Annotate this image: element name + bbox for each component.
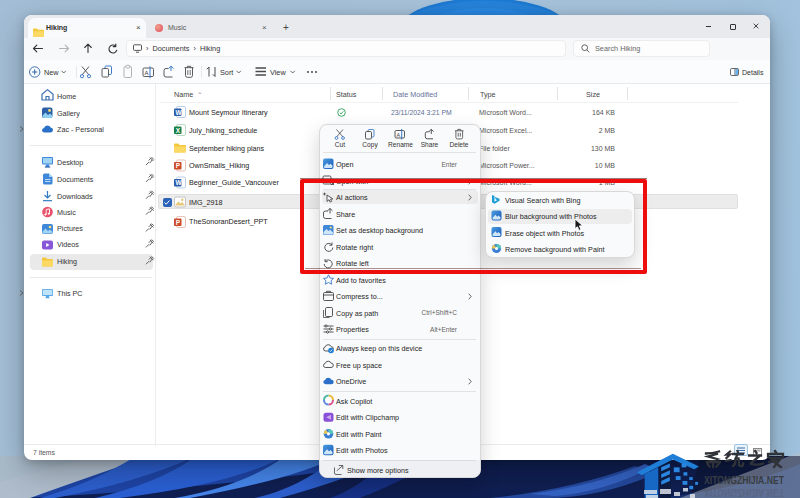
svg-text:A: A	[145, 70, 149, 76]
svg-text:New: New	[44, 68, 59, 77]
svg-text:A: A	[396, 132, 400, 138]
svg-text:View: View	[270, 68, 286, 77]
svg-text:Sort: Sort	[220, 68, 233, 77]
svg-text:XITONGZHIJIA.NET: XITONGZHIJIA.NET	[704, 475, 784, 486]
svg-text:Copy: Copy	[362, 141, 378, 149]
svg-text:Cut: Cut	[334, 141, 344, 148]
svg-text:Delete: Delete	[449, 141, 468, 148]
svg-text:Rename: Rename	[388, 141, 413, 148]
svg-text:Share: Share	[420, 141, 438, 148]
svg-text:XITONGZHIJIA.NET: XITONGZHIJIA.NET	[704, 487, 784, 498]
